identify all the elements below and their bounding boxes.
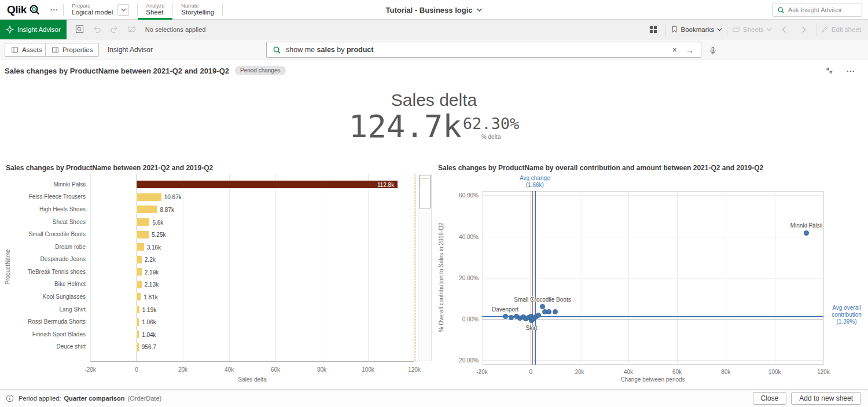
clear-query-icon[interactable]: × <box>670 46 679 54</box>
bar[interactable] <box>137 193 161 201</box>
app-title-menu[interactable]: Tutorial - Business logic <box>385 0 482 20</box>
sheets-button[interactable]: Sheets <box>732 25 772 33</box>
global-menu-button[interactable]: ••• <box>46 3 63 16</box>
chevron-left-icon[interactable] <box>777 22 792 37</box>
bar[interactable] <box>137 318 139 326</box>
bar[interactable] <box>137 206 157 213</box>
add-to-new-sheet-button[interactable]: Add to new sheet <box>791 392 861 405</box>
bar-chart-scrollbar[interactable] <box>418 174 432 361</box>
collapse-icon[interactable] <box>822 63 837 78</box>
bar-category-label[interactable]: Lang Shirt <box>0 306 86 313</box>
assets-button[interactable]: Assets <box>5 43 49 57</box>
step-back-icon[interactable] <box>90 22 105 37</box>
divider <box>727 23 727 36</box>
scatter-gridline-h <box>482 195 823 196</box>
ask-insight-advisor-box[interactable] <box>772 3 862 17</box>
tab-analyze[interactable]: Analyze Sheet <box>138 0 172 20</box>
bar-category-label[interactable]: High Heels Shoes <box>0 206 86 213</box>
bar-category-label[interactable]: Sheat Shoes <box>0 219 86 226</box>
bar-value-label: 5.25k <box>152 231 165 239</box>
prepare-dropdown-button[interactable] <box>117 4 129 16</box>
bar[interactable] <box>137 256 142 263</box>
close-button[interactable]: Close <box>753 392 787 405</box>
bar[interactable] <box>137 343 139 351</box>
insight-footer: Period applied: Quarter comparison (Orde… <box>0 389 868 407</box>
assets-panel-icon <box>11 46 19 53</box>
bar[interactable] <box>137 268 142 276</box>
bar-category-label[interactable]: Kool Sunglasses <box>0 294 86 300</box>
bar[interactable] <box>137 281 142 288</box>
bar-category-label[interactable]: Dream robe <box>0 244 86 251</box>
bar[interactable] <box>137 331 139 338</box>
scatter-point[interactable] <box>503 314 508 319</box>
bar[interactable] <box>137 218 149 226</box>
bar-category-label[interactable]: TieBreak Tennis shoes <box>0 269 86 276</box>
qlik-logo[interactable]: Qlik <box>0 3 46 16</box>
search-selections-icon[interactable] <box>72 22 87 37</box>
step-forward-icon[interactable] <box>107 22 122 37</box>
bar[interactable] <box>137 243 144 251</box>
bar-category-label[interactable]: Desperado Jeans <box>0 256 86 263</box>
scatter-chart-title: Sales changes by ProductName by overall … <box>438 164 763 172</box>
bar[interactable] <box>137 181 398 188</box>
bar[interactable] <box>137 231 149 239</box>
ask-insight-advisor-input[interactable] <box>788 6 857 13</box>
insight-query-input[interactable]: show me sales by product × → <box>266 42 701 58</box>
bar[interactable] <box>137 293 141 300</box>
clear-selections-icon[interactable] <box>124 22 139 37</box>
bar-x-axis-title: Sales delta <box>165 376 339 383</box>
scatter-y-axis-title: % Overall contribution to Sales in 2019-… <box>438 190 445 364</box>
scatter-x-tick-label: 0 <box>519 369 542 376</box>
bar-value-label: 112.8k <box>365 181 394 189</box>
bar-value-label: 1.04k <box>142 331 156 339</box>
scatter-x-tick-label: 100k <box>763 369 786 376</box>
bar-value-label: 956.7 <box>142 343 156 351</box>
insight-advisor-panel-title: Insight Advisor <box>108 46 153 54</box>
bar-category-label[interactable]: Feiss Fleece Trousers <box>0 193 86 200</box>
selections-toolbar: Insight Advisor No selections applied <box>0 20 868 39</box>
scatter-point[interactable] <box>509 315 514 320</box>
bookmarks-button[interactable]: Bookmarks <box>671 25 723 33</box>
microphone-icon[interactable] <box>707 45 719 56</box>
chevron-right-icon[interactable] <box>796 22 811 37</box>
insight-advisor-label: Insight Advisor <box>17 26 61 33</box>
bar-x-tick-label: 40k <box>218 366 241 373</box>
bar-x-axis-line <box>90 361 414 362</box>
scatter-point-label: Small Crocodile Boots <box>502 296 583 303</box>
insight-card-header: Sales changes by ProductName between 202… <box>0 60 868 81</box>
sheets-label: Sheets <box>743 26 764 33</box>
bar-category-label[interactable]: Finnish Sport Blades <box>0 331 86 338</box>
insight-advisor-button[interactable]: Insight Advisor <box>0 20 67 39</box>
period-applied-text: Period applied: Quarter comparison (Orde… <box>19 395 161 402</box>
bar[interactable] <box>137 306 139 313</box>
bar-category-label[interactable]: Minnki Pälsii <box>0 181 86 188</box>
card-more-menu[interactable]: ••• <box>843 65 860 77</box>
edit-pencil-icon <box>821 25 829 33</box>
submit-query-arrow-icon[interactable]: → <box>684 46 695 54</box>
grid-view-icon[interactable] <box>646 22 661 37</box>
properties-button[interactable]: Properties <box>45 43 99 57</box>
scatter-x-tick-label: 80k <box>714 369 737 376</box>
chevron-down-icon <box>121 8 126 12</box>
insight-advisor-icon <box>6 25 14 34</box>
chart-viewport-guide <box>415 174 416 361</box>
bar-category-label[interactable]: Small Crocodile Boots <box>0 231 86 238</box>
scatter-point[interactable] <box>553 309 558 314</box>
qlik-logo-text: Qlik <box>7 3 27 16</box>
tab-narrate[interactable]: Narrate Storytelling <box>173 0 222 20</box>
scatter-point-label: Minnki Pälsii <box>766 222 847 229</box>
bar-category-label[interactable]: Deuce shirt <box>0 343 86 350</box>
tab-label: Sheet <box>146 9 164 16</box>
scatter-chart-panel: Sales changes by ProductName by overall … <box>437 157 868 388</box>
bar-category-label[interactable]: Bike Helmet <box>0 281 86 288</box>
scrollbar-thumb[interactable] <box>419 175 431 208</box>
sheets-icon <box>732 25 740 33</box>
scatter-x-tick-label: 120k <box>812 369 835 376</box>
tab-prepare[interactable]: Prepare Logical model <box>64 0 137 20</box>
bar-chart-title: Sales changes by ProductName between 202… <box>6 164 213 172</box>
edit-sheet-button[interactable]: Edit sheet <box>821 25 861 33</box>
scatter-point[interactable] <box>804 230 809 236</box>
kpi-value: 124.7k <box>349 110 462 144</box>
bar-category-label[interactable]: Rossi Bermuda Shorts <box>0 318 86 325</box>
bar-x-tick-label: 100k <box>356 366 380 373</box>
